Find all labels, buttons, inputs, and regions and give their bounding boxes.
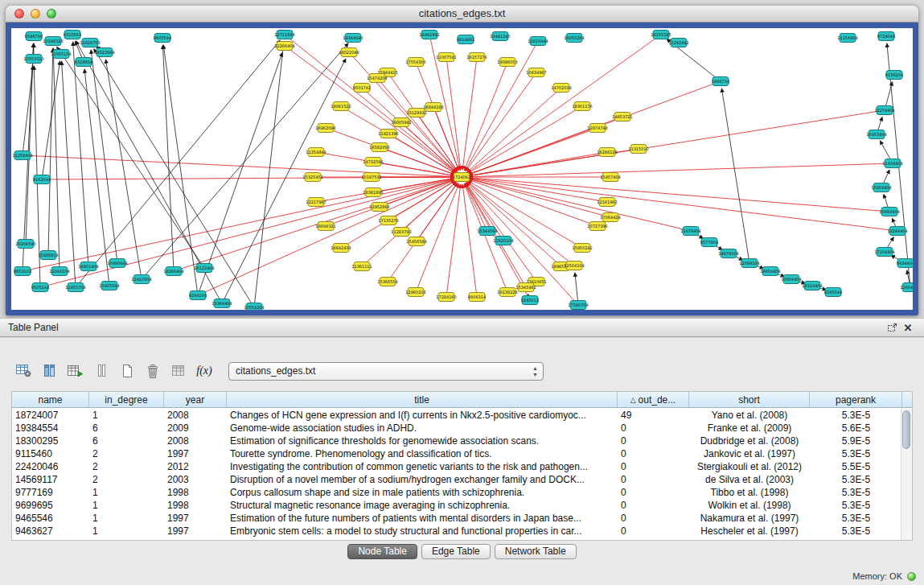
graph-node[interactable]: 9244104 [189,291,207,300]
graph-node[interactable]: 12610444 [528,37,548,46]
graph-node[interactable]: 15954404 [871,183,891,192]
graph-edge[interactable] [349,52,457,171]
graph-edge[interactable] [469,152,607,175]
graph-edge[interactable] [373,179,454,192]
graph-node[interactable]: 1946734 [712,77,729,86]
graph-node[interactable]: 9328804 [75,58,92,67]
column-header-out_de[interactable]: △out_de... [618,392,689,407]
graph-node[interactable]: 12952866 [369,203,389,212]
column-header-in_degree[interactable]: in_degree [89,392,164,407]
graph-node[interactable]: 9605544 [154,34,171,43]
graph-edge[interactable] [462,57,477,170]
graph-edge[interactable] [198,52,282,295]
graph-node[interactable]: 17104404 [874,248,894,257]
graph-node[interactable]: 20206540 [15,240,35,249]
graph-node[interactable]: 11434404 [882,159,902,168]
graph-node[interactable]: 19344640 [343,34,363,43]
graph-edge[interactable] [62,61,76,287]
graph-edge[interactable] [467,182,574,266]
graph-node[interactable]: 12604404 [900,283,913,292]
function-builder-icon[interactable]: f(x) [193,360,216,382]
graph-edge[interactable] [254,42,284,307]
column-header-title[interactable]: title [227,392,618,407]
graph-node[interactable]: 16288128 [597,148,617,157]
graph-node[interactable]: 12044104 [49,267,69,276]
graph-node[interactable]: 16138228 [497,288,517,297]
graph-edge[interactable] [48,48,53,255]
memory-status-indicator[interactable] [907,572,916,581]
graph-node[interactable]: 12055104 [51,50,71,59]
graph-node[interactable]: 9245012 [521,296,539,305]
graph-edge[interactable] [575,273,578,305]
graph-node[interactable]: 16055264 [564,34,584,43]
graph-edge[interactable] [377,78,457,171]
graph-node[interactable]: 22711684 [274,31,294,39]
table-row[interactable]: 911546021997Tourette syndrome. Phenomeno… [12,447,901,460]
graph-node[interactable]: 19086053 [497,58,517,67]
graph-node[interactable]: 11026753 [80,39,100,47]
graph-node[interactable]: 17284160 [436,293,456,302]
zoom-button[interactable] [47,9,56,19]
graph-node[interactable]: 10727396 [587,222,607,231]
graph-node[interactable]: 12874748 [587,124,607,133]
graph-edge[interactable] [76,40,280,287]
column-chooser-icon[interactable] [39,360,61,382]
table-row[interactable]: 2242004622012Investigating the contribut… [12,460,901,473]
graph-node[interactable]: 9501742 [353,84,371,93]
graph-node[interactable]: 17064424 [600,213,620,222]
graph-node[interactable]: 16962096 [315,124,335,133]
graph-edge[interactable] [446,184,461,297]
graph-node[interactable]: 15344564 [477,227,497,236]
table-row[interactable]: 946554611997Estimation of the future num… [12,512,901,525]
graph-node[interactable]: 18698321 [315,222,335,231]
table-row[interactable]: 1830029562008Estimation of significance … [12,435,901,447]
tab-edge-table[interactable]: Edge Table [421,544,491,559]
trash-icon[interactable] [142,360,164,382]
graph-node[interactable]: 9505144 [31,283,49,292]
graph-node[interactable]: 11821396 [378,130,398,138]
graph-edge[interactable] [433,107,459,171]
graph-edge[interactable] [57,47,204,268]
graph-node[interactable]: 12274404 [874,106,894,115]
graph-node[interactable]: 15950242 [572,244,592,253]
graph-edge[interactable] [42,177,454,179]
graph-node[interactable]: 9724044 [877,32,895,41]
graph-node[interactable]: 10004404 [781,275,801,284]
graph-edge[interactable] [73,42,88,266]
graph-edge[interactable] [222,59,346,303]
graph-edge[interactable] [469,110,885,176]
graph-edge[interactable] [142,43,348,279]
table-selector-combo[interactable]: citations_edges.txt ▲▼ [228,362,544,381]
graph-node[interactable]: 10694404 [879,208,899,216]
graph-edge[interactable] [469,179,610,217]
graph-edge[interactable] [467,88,561,172]
close-button[interactable] [14,9,24,19]
graph-node[interactable]: 12410504 [131,275,151,284]
graph-node[interactable]: 12161962 [597,198,617,207]
table-scrollbar[interactable] [901,409,912,540]
graph-node[interactable]: 16492492 [419,31,439,39]
graph-edge[interactable] [91,50,117,263]
table-row[interactable]: 1938455462009Genome-wide association stu… [12,422,901,435]
graph-node[interactable]: 13129932 [406,109,426,117]
minimize-button[interactable] [31,9,40,19]
graph-node[interactable]: 16157276 [466,53,487,62]
graph-edge[interactable] [174,179,454,271]
graph-node[interactable]: 13244404 [887,227,907,236]
tab-network-table[interactable]: Network Table [495,544,577,559]
graph-node[interactable]: 14522664 [94,48,114,57]
graph-node[interactable]: 18061522 [331,102,351,111]
graph-node[interactable]: 15905544 [99,282,119,290]
column-header-name[interactable]: name [12,392,89,407]
graph-node[interactable]: 16582056 [369,143,389,152]
tab-node-table[interactable]: Node Table [347,544,417,559]
graph-node[interactable]: 10197531 [361,173,381,182]
graph-node[interactable]: 15456584 [406,237,426,246]
graph-node[interactable]: 11258404 [12,151,32,160]
graph-node[interactable]: 18155325 [651,31,671,39]
graph-node[interactable]: 10553310 [23,55,43,64]
import-table-icon[interactable] [64,360,87,382]
graph-node[interactable]: 10554204 [244,303,264,311]
graph-node[interactable]: 10634967 [526,68,546,77]
table-row[interactable]: 1872400712008Changes of HCN gene express… [12,409,901,422]
